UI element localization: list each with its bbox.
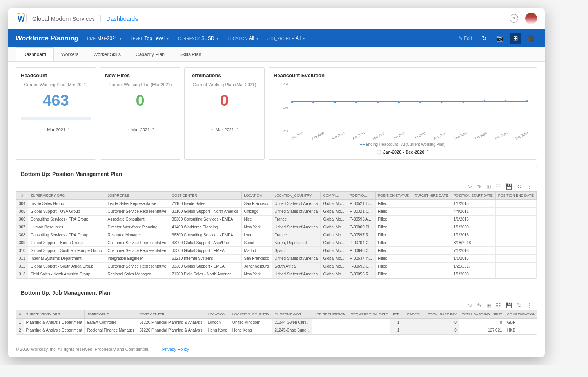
tabs: Dashboard Workers Worker Skills Capacity… <box>8 47 545 62</box>
company-name: Global Modern Services <box>32 15 101 22</box>
position-table: #SUPERVISORY ORGJOBPROFILECOST CENTERLOC… <box>16 191 537 278</box>
user-avatar[interactable] <box>525 13 537 24</box>
more-icon[interactable]: ⋮ <box>526 183 532 190</box>
date-selector[interactable]: ↔ Mar-2021 ˅ <box>105 127 175 132</box>
column-icon[interactable]: ☷ <box>496 302 501 308</box>
grid-icon[interactable]: ⊞ <box>486 302 491 308</box>
caret-down-icon: ▼ <box>302 37 305 40</box>
card-title: Headcount <box>21 72 91 78</box>
chart-legend: ━ ━ Ending Headcount - All(Current Worki… <box>274 142 532 147</box>
column-icon[interactable]: ☷ <box>496 183 501 190</box>
terminations-value: 0 <box>189 92 260 109</box>
grid-view-icon[interactable]: ⊞ <box>510 33 521 44</box>
line-chart: 470 460 450 <box>278 82 528 133</box>
table-toolbar: ▽ ✎ ⊞ ☷ 💾 ↻ ⋮ <box>16 182 537 191</box>
table-row[interactable]: 304Inside Sales GroupInside Sales Repres… <box>16 200 537 208</box>
copyright: © 2020 Workday, Inc. All rights reserved… <box>16 347 149 352</box>
card-terminations: Terminations Current Working Plan (Mar 2… <box>184 67 265 160</box>
table-toolbar: ▽ ✎ ⊞ ☷ 💾 ↻ ⋮ <box>16 301 537 310</box>
filter-currency[interactable]: CURRENCY $USD ▼ <box>178 36 219 41</box>
table-row[interactable]: 1Planning & Analysis DepartmentEMEA Cont… <box>16 319 537 326</box>
more-icon[interactable]: ⋮ <box>526 302 532 308</box>
refresh-icon[interactable]: ↻ <box>478 33 490 44</box>
filter-bar: Workforce Planning TIME Mar-2021 ▼ LEVEL… <box>8 29 545 47</box>
filter-time[interactable]: TIME Mar-2021 ▼ <box>86 36 122 41</box>
card-newhires: New Hires Current Working Plan (Mar 2021… <box>100 67 180 160</box>
tab-skills-plan[interactable]: Skills Plan <box>172 47 209 61</box>
table-row[interactable]: 312Global Support - South Africa GroupCu… <box>16 263 537 270</box>
format-icon[interactable]: ✎ <box>477 302 482 308</box>
privacy-link[interactable]: Privacy Policy <box>162 347 189 352</box>
table-row[interactable]: 305Global Support - USA GroupCustomer Se… <box>16 208 537 216</box>
table-row[interactable]: 306Consulting Services - FRA GroupAssoci… <box>16 216 537 223</box>
caret-down-icon: ▼ <box>166 37 169 40</box>
refresh-icon[interactable]: ↻ <box>517 302 522 308</box>
card-title: New Hires <box>105 72 175 78</box>
footer: © 2020 Workday, Inc. All rights reserved… <box>8 341 545 357</box>
caret-down-icon: ▼ <box>119 37 122 40</box>
card-title: Terminations <box>189 72 260 78</box>
tab-capacity-plan[interactable]: Capacity Plan <box>128 47 172 61</box>
help-icon[interactable]: ? <box>510 14 518 23</box>
card-evolution: Headcount Evolution 470 460 450 Jan 2020… <box>269 67 537 160</box>
section-title: Bottom Up: Position Management Plan <box>16 166 537 182</box>
caret-down-icon: ▼ <box>216 37 219 40</box>
page-title: Workforce Planning <box>16 34 78 42</box>
caret-down-icon: ▼ <box>256 37 259 40</box>
breadcrumb[interactable]: Dashboards <box>106 15 138 22</box>
topbar: W Global Modern Services Dashboards ? <box>8 8 545 29</box>
save-icon[interactable]: 💾 <box>506 302 512 308</box>
workday-logo[interactable]: W <box>16 13 27 24</box>
progress-bar <box>21 117 91 120</box>
format-icon[interactable]: ✎ <box>477 183 482 190</box>
job-table: #SUPERVISORY ORGJOBPROFILECOST CENTERLOC… <box>16 310 537 334</box>
filter-jobprofile[interactable]: JOB_PROFILE All ▼ <box>267 36 305 41</box>
filter-level[interactable]: LEVEL Top Level ▼ <box>131 36 169 41</box>
date-selector[interactable]: ↔ Mar-2021 ˅ <box>189 127 260 132</box>
card-title: Headcount Evolution <box>274 72 532 78</box>
headcount-value: 463 <box>21 92 91 109</box>
grid-icon[interactable]: ⊞ <box>486 183 491 190</box>
filter-icon[interactable]: ▽ <box>468 183 472 190</box>
card-headcount: Headcount Current Working Plan (Mar 2021… <box>16 67 96 160</box>
table-row[interactable]: 307Human ResourcesDirector, Workforce Pl… <box>16 223 537 231</box>
table-row[interactable]: 309Global Support - Korea GroupCustomer … <box>16 239 537 247</box>
table-row[interactable]: 311Internal Systems DepartmentIntegratio… <box>16 255 537 263</box>
tab-dashboard[interactable]: Dashboard <box>16 47 54 61</box>
filter-icon[interactable]: ▽ <box>468 302 472 308</box>
card-subtitle: Current Working Plan (Mar 2021) <box>105 82 175 87</box>
edit-button[interactable]: ✎ Edit <box>459 36 472 41</box>
position-plan-section: Bottom Up: Position Management Plan ▽ ✎ … <box>16 166 537 279</box>
save-icon[interactable]: 💾 <box>506 183 512 190</box>
card-subtitle: Current Working Plan (Mar 2021) <box>21 82 91 87</box>
video-icon[interactable]: 🎥 <box>525 33 537 44</box>
camera-icon[interactable]: 📷 <box>494 33 506 44</box>
refresh-icon[interactable]: ↻ <box>517 183 522 190</box>
table-row[interactable]: 2Planning & Analysis DepartmentRegional … <box>16 326 537 334</box>
table-row[interactable]: 308Consulting Services - FRA GroupResour… <box>16 231 537 239</box>
tab-workers[interactable]: Workers <box>54 47 86 61</box>
date-range-selector[interactable]: 🕒 Jan-2020 - Dec-2020 ˅ <box>274 150 532 155</box>
card-subtitle: Current Working Plan (Mar 2021) <box>189 82 260 87</box>
table-row[interactable]: 310Global Support - Southern Europe Grou… <box>16 247 537 255</box>
tab-worker-skills[interactable]: Worker Skills <box>86 47 128 61</box>
section-title: Bottom Up: Job Management Plan <box>16 285 537 301</box>
job-plan-section: Bottom Up: Job Management Plan ▽ ✎ ⊞ ☷ 💾… <box>16 285 537 335</box>
table-row[interactable]: 313Field Sales - North America GroupRegi… <box>16 270 537 278</box>
filter-location[interactable]: LOCATION All ▼ <box>227 36 259 41</box>
date-selector[interactable]: ↔ Mar-2021 ˅ <box>21 127 91 132</box>
newhires-value: 0 <box>105 92 175 109</box>
